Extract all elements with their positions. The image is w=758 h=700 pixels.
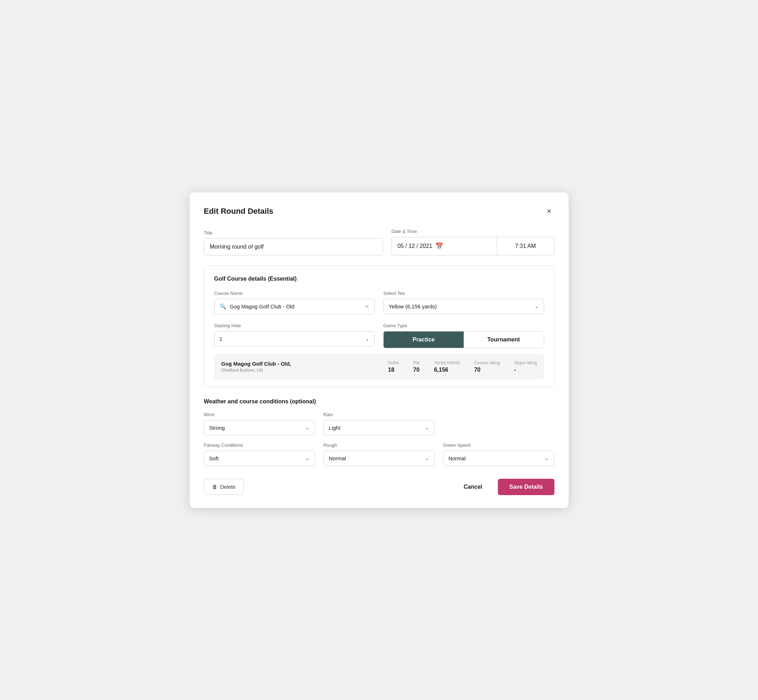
golf-course-section-title: Golf Course details (Essential): [214, 276, 544, 282]
green-speed-group: Green Speed Normal ⌄: [443, 442, 554, 466]
date-time-row: 05 / 12 / 2021 📅 7:31 AM: [392, 237, 554, 255]
starting-hole-group: Starting Hole 1 ⌄: [214, 323, 375, 348]
search-icon: 🔍: [219, 303, 226, 310]
practice-button[interactable]: Practice: [384, 331, 464, 348]
date-part[interactable]: 05 / 12 / 2021 📅: [392, 237, 497, 255]
chevron-down-icon: ⌄: [534, 303, 539, 309]
wind-group: Wind Strong ⌄: [204, 412, 315, 435]
rough-value: Normal: [329, 455, 425, 461]
clear-icon[interactable]: ✕: [365, 303, 370, 310]
green-speed-label: Green Speed: [443, 442, 554, 448]
chevron-down-icon: ⌄: [545, 455, 549, 461]
hole-gametype-row: Starting Hole 1 ⌄ Game Type Practice Tou…: [214, 323, 544, 348]
holes-stat: Holes 18: [388, 360, 399, 373]
slope-rating-value: -: [514, 367, 516, 373]
golf-course-section: Golf Course details (Essential) Course N…: [204, 266, 554, 387]
tournament-button[interactable]: Tournament: [464, 331, 544, 348]
yards-stat: Yards(Yellow) 6,156: [434, 360, 460, 373]
title-field-group: Title: [204, 230, 383, 255]
fairway-group: Fairway Conditions Soft ⌄: [204, 442, 315, 466]
game-type-group: Game Type Practice Tournament: [383, 323, 544, 348]
green-speed-dropdown[interactable]: Normal ⌄: [443, 451, 554, 466]
close-button[interactable]: ×: [544, 205, 554, 217]
wind-value: Strong: [209, 425, 305, 431]
date-value: 05 / 12 / 2021: [398, 243, 432, 249]
course-rating-label: Course rating: [474, 360, 500, 365]
fairway-dropdown[interactable]: Soft ⌄: [204, 451, 315, 466]
par-value: 70: [413, 367, 420, 373]
wind-rain-row: Wind Strong ⌄ Rain Light ⌄: [204, 412, 554, 435]
modal-title: Edit Round Details: [204, 207, 274, 216]
starting-hole-value: 1: [219, 336, 365, 342]
save-button[interactable]: Save Details: [498, 479, 554, 495]
wind-label: Wind: [204, 412, 315, 417]
yards-label: Yards(Yellow): [434, 360, 460, 365]
footer-right: Cancel Save Details: [457, 479, 554, 495]
rain-dropdown[interactable]: Light ⌄: [324, 420, 434, 435]
rain-group: Rain Light ⌄: [324, 412, 434, 435]
cancel-button[interactable]: Cancel: [457, 480, 489, 494]
weather-section: Weather and course conditions (optional)…: [204, 398, 554, 466]
time-value: 7:31 AM: [515, 243, 536, 249]
fairway-value: Soft: [209, 455, 305, 461]
select-tee-dropdown[interactable]: Yellow (6,156 yards) ⌄: [383, 299, 544, 314]
calendar-icon: 📅: [435, 242, 443, 250]
game-type-label: Game Type: [383, 323, 544, 328]
par-stat: Par 70: [413, 360, 420, 373]
delete-button[interactable]: 🗑 Delete: [204, 479, 244, 495]
chevron-down-icon: ⌄: [425, 455, 429, 461]
game-type-toggle: Practice Tournament: [383, 331, 544, 348]
fairway-label: Fairway Conditions: [204, 442, 315, 448]
title-label: Title: [204, 230, 383, 236]
green-speed-value: Normal: [448, 455, 545, 461]
modal-header: Edit Round Details ×: [204, 205, 554, 217]
course-tee-row: Course Name 🔍 Gog Magog Golf Club - Old …: [214, 291, 544, 314]
course-info-location: Shelford Bottom, UK: [221, 367, 374, 373]
course-info-name-bold: Gog Magog Golf Club - Old,: [221, 361, 374, 367]
holes-label: Holes: [388, 360, 399, 365]
course-name-group: Course Name 🔍 Gog Magog Golf Club - Old …: [214, 291, 375, 314]
time-part[interactable]: 7:31 AM: [497, 237, 554, 255]
starting-hole-dropdown[interactable]: 1 ⌄: [214, 331, 375, 347]
datetime-field-group: Date & Time 05 / 12 / 2021 📅 7:31 AM: [392, 229, 554, 255]
par-label: Par: [413, 360, 420, 365]
rain-label: Rain: [324, 412, 434, 417]
course-name-input[interactable]: 🔍 Gog Magog Golf Club - Old ✕: [214, 299, 375, 314]
chevron-down-icon: ⌄: [365, 336, 370, 341]
slope-rating-label: Slope rating: [514, 360, 537, 365]
delete-label: Delete: [220, 484, 236, 490]
select-tee-label: Select Tee: [383, 291, 544, 296]
datetime-label: Date & Time: [392, 229, 554, 234]
title-input[interactable]: [204, 238, 383, 255]
fairway-rough-green-row: Fairway Conditions Soft ⌄ Rough Normal ⌄…: [204, 442, 554, 466]
rain-value: Light: [329, 425, 425, 431]
footer-row: 🗑 Delete Cancel Save Details: [204, 479, 554, 495]
edit-round-modal: Edit Round Details × Title Date & Time 0…: [190, 192, 568, 508]
chevron-down-icon: ⌄: [305, 425, 310, 430]
wind-dropdown[interactable]: Strong ⌄: [204, 420, 315, 435]
course-name-value: Gog Magog Golf Club - Old: [230, 303, 362, 309]
holes-value: 18: [388, 367, 394, 373]
course-info-bar: Gog Magog Golf Club - Old, Shelford Bott…: [214, 354, 544, 380]
select-tee-value: Yellow (6,156 yards): [388, 303, 534, 309]
course-info-name: Gog Magog Golf Club - Old, Shelford Bott…: [221, 361, 374, 373]
rough-group: Rough Normal ⌄: [324, 442, 434, 466]
course-name-label: Course Name: [214, 291, 375, 296]
rough-label: Rough: [324, 442, 434, 448]
select-tee-group: Select Tee Yellow (6,156 yards) ⌄: [383, 291, 544, 314]
course-rating-value: 70: [474, 367, 481, 373]
chevron-down-icon: ⌄: [425, 425, 429, 430]
starting-hole-label: Starting Hole: [214, 323, 375, 328]
rough-dropdown[interactable]: Normal ⌄: [324, 451, 434, 466]
yards-value: 6,156: [434, 367, 448, 373]
chevron-down-icon: ⌄: [305, 455, 310, 461]
course-rating-stat: Course rating 70: [474, 360, 500, 373]
weather-section-title: Weather and course conditions (optional): [204, 398, 554, 405]
title-datetime-row: Title Date & Time 05 / 12 / 2021 📅 7:31 …: [204, 229, 554, 255]
slope-rating-stat: Slope rating -: [514, 360, 537, 373]
trash-icon: 🗑: [212, 484, 218, 490]
